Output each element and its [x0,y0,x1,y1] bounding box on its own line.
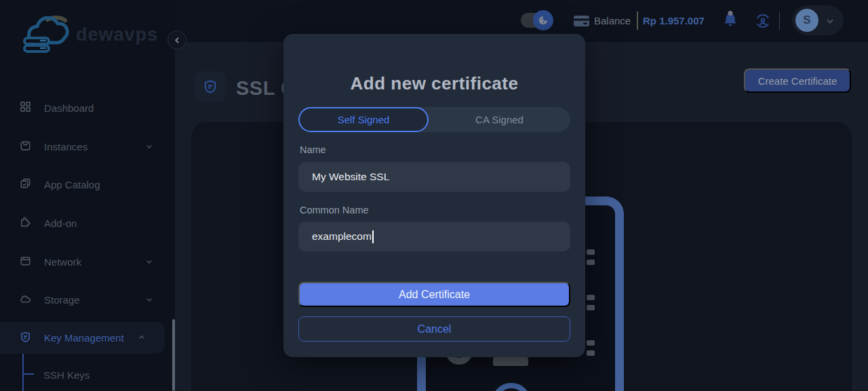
chevron-down-icon [825,16,835,28]
support-icon[interactable] [753,12,772,33]
add-certificate-modal: Add new certificate Self Signed CA Signe… [283,34,585,357]
balance-label: Balance [594,15,631,26]
illustration-blue-ring [492,383,531,391]
user-menu[interactable]: S [792,5,844,35]
chevron-down-icon [145,141,153,152]
common-name-field[interactable]: examplecom [298,222,570,251]
dewavps-logo-icon [20,11,77,58]
tab-self-signed[interactable]: Self Signed [298,107,429,132]
cancel-button[interactable]: Cancel [298,316,570,342]
balance-card-icon [573,14,590,30]
name-field[interactable]: My Website SSL [298,162,570,192]
chevron-up-icon [138,332,146,344]
certificate-type-tabs: Self Signed CA Signed [298,107,570,132]
topbar-divider [637,12,638,30]
skeleton-bar [587,305,595,310]
dark-mode-toggle[interactable] [521,13,551,28]
subnav-tree-line [22,354,24,391]
chevron-down-icon [145,256,153,268]
notification-bell-icon[interactable] [722,10,739,33]
sidebar-item-label: Network [44,256,81,268]
sidebar: dewavps Dashboard Instances [0,0,175,391]
shield-certificate-icon [202,79,218,95]
addon-icon [19,215,32,230]
text-cursor [372,230,374,243]
sidebar-item-storage[interactable]: Storage [0,288,175,311]
sidebar-item-instances[interactable]: Instances [0,135,175,158]
subnav-tree-tick [22,373,34,375]
common-name-field-value: examplecom [312,230,372,243]
skeleton-bar [587,260,595,265]
balance-value: Rp 1.957.007 [643,15,705,26]
sidebar-item-label: Storage [44,294,80,306]
sidebar-collapse-button[interactable] [167,30,186,49]
key-management-icon [19,331,32,346]
skeleton-bar [587,249,595,255]
common-name-field-label: Common Name [300,205,369,215]
sidebar-subitem-ssh-keys[interactable]: SSH Keys [43,369,90,381]
sidebar-item-key-management[interactable]: Key Management [0,322,165,354]
name-field-label: Name [300,144,326,155]
sidebar-scrollbar-thumb[interactable] [172,319,175,391]
dashboard-icon [19,100,32,115]
instances-icon [19,139,32,154]
sidebar-item-app-catalog[interactable]: App Catalog [0,173,175,196]
skeleton-bar [587,295,595,300]
skeleton-bar [587,340,595,346]
sidebar-item-addon[interactable]: Add-on [0,211,175,234]
topbar-divider [779,12,780,30]
chevron-down-icon [145,294,153,306]
create-certificate-button[interactable]: Create Certificate [744,68,851,93]
network-icon [19,254,32,269]
storage-icon [19,292,32,307]
illustration-text-bar [493,357,528,366]
add-certificate-button[interactable]: Add Certificate [298,282,570,307]
skeleton-bar [587,350,595,356]
name-field-value: My Website SSL [312,171,389,183]
sidebar-item-label: Add-on [44,218,77,229]
app-catalog-icon [19,177,32,192]
sidebar-item-dashboard[interactable]: Dashboard [0,96,175,119]
sidebar-item-label: Dashboard [44,102,94,114]
modal-title: Add new certificate [283,73,585,94]
moon-icon [533,10,553,30]
avatar: S [795,9,818,32]
brand-name: dewavps [76,24,158,45]
ssl-page-icon-tile [195,71,226,102]
tab-ca-signed[interactable]: CA Signed [429,107,570,132]
chevron-left-icon [173,36,182,45]
sidebar-item-label: Instances [44,141,87,152]
sidebar-item-network[interactable]: Network [0,250,175,273]
sidebar-item-label: Key Management [44,332,124,344]
sidebar-item-label: App Catalog [44,179,100,190]
